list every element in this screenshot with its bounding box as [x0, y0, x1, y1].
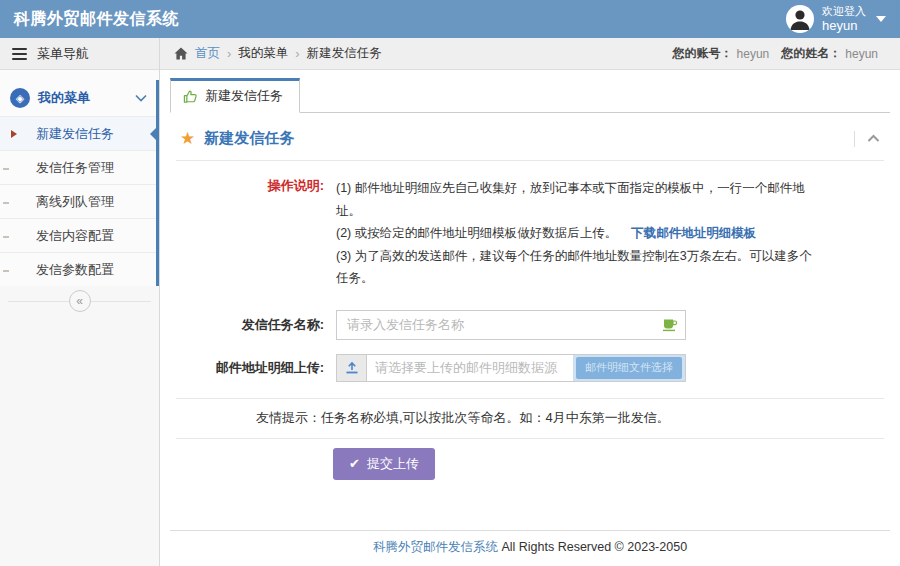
collapse-panel-button[interactable] [867, 134, 880, 143]
task-name-input-wrap [336, 310, 686, 340]
upload-input-group: 邮件明细文件选择 [336, 354, 686, 382]
file-select-button[interactable]: 邮件明细文件选择 [576, 357, 682, 379]
breadcrumb-bar: 首页 › 我的菜单 › 新建发信任务 您的账号： heyun 您的姓名： hey… [160, 38, 900, 70]
avatar[interactable] [786, 5, 814, 33]
item-dash-icon [3, 270, 9, 272]
item-dash-icon [3, 236, 9, 238]
upload-addon [337, 355, 367, 381]
breadcrumb-item-my-menu: 我的菜单 [238, 45, 288, 62]
welcome-label: 欢迎登入 [822, 5, 866, 18]
sidebar-item-param-config[interactable]: 发信参数配置 [0, 252, 159, 286]
upload-row: 邮件地址明细上传: 邮件明细文件选择 [176, 354, 884, 382]
sidebar-item-content-config[interactable]: 发信内容配置 [0, 218, 159, 252]
header-username: heyun [822, 18, 866, 34]
account-info: 您的账号： heyun 您的姓名： heyun [673, 45, 886, 62]
submit-row: ✔ 提交上传 [176, 439, 884, 480]
task-name-row: 发信任务名称: [176, 310, 884, 340]
footer-brand-link[interactable]: 科腾外贸邮件发信系统 [373, 540, 498, 554]
sidebar-item-offline-queue[interactable]: 离线列队管理 [0, 184, 159, 218]
group-label: 我的菜单 [38, 89, 127, 107]
friendly-tip: 友情提示：任务名称必填,可以按批次等命名。如：4月中东第一批发信。 [176, 399, 884, 438]
group-gem-icon: ◈ [10, 88, 30, 108]
sidebar-item-label: 新建发信任务 [36, 125, 114, 143]
account-label: 您的账号： [673, 45, 733, 62]
main-layout: 菜单导航 ◈ 我的菜单 新建发信任务 发信任务管理 离线列队管理 [0, 38, 900, 566]
star-icon: ★ [180, 130, 195, 147]
tab-label: 新建发信任务 [205, 87, 283, 105]
name-label: 您的姓名： [781, 45, 841, 62]
breadcrumb-separator: › [295, 46, 299, 61]
caret-down-icon[interactable] [876, 16, 886, 22]
check-icon: ✔ [349, 456, 360, 471]
sidebar: 菜单导航 ◈ 我的菜单 新建发信任务 发信任务管理 离线列队管理 [0, 38, 160, 566]
instructions-block: 操作说明: (1) 邮件地址明细应先自己收集好，放到记事本或下面指定的模板中，一… [176, 161, 884, 296]
tab-strip: 新建发信任务 [170, 78, 890, 113]
sidebar-collapse-row: « [0, 286, 159, 316]
instruction-line-1: (1) 邮件地址明细应先自己收集好，放到记事本或下面指定的模板中，一行一个邮件地… [336, 177, 816, 222]
home-icon [174, 47, 188, 60]
instructions-text: (1) 邮件地址明细应先自己收集好，放到记事本或下面指定的模板中，一行一个邮件地… [336, 177, 816, 290]
footer: 科腾外贸邮件发信系统 All Rights Reserved © 2023-20… [170, 530, 890, 566]
sidebar-item-label: 离线列队管理 [36, 193, 114, 211]
sidebar-item-task-manage[interactable]: 发信任务管理 [0, 150, 159, 184]
panel-header: ★ 新建发信任务 [176, 113, 884, 161]
thumbs-up-icon [183, 89, 198, 104]
instruction-line-2-text: (2) 或按给定的邮件地址明细模板做好数据后上传。 [336, 226, 617, 240]
chevron-up-icon [867, 134, 880, 143]
tab-new-task[interactable]: 新建发信任务 [170, 78, 300, 113]
breadcrumb: 首页 › 我的菜单 › 新建发信任务 [174, 45, 382, 62]
sidebar-item-label: 发信任务管理 [36, 159, 114, 177]
breadcrumb-separator: › [227, 46, 231, 61]
panel-title: 新建发信任务 [204, 129, 294, 148]
sidebar-menu: ◈ 我的菜单 新建发信任务 发信任务管理 离线列队管理 发信内容配置 [0, 70, 159, 286]
nav-toggle-label: 菜单导航 [37, 45, 89, 63]
breadcrumb-item-current: 新建发信任务 [307, 45, 382, 62]
tool-divider [854, 131, 855, 147]
user-icon [786, 5, 814, 33]
upload-file-input[interactable] [367, 355, 573, 381]
app-title: 科腾外贸邮件发信系统 [14, 9, 179, 30]
sidebar-item-new-task[interactable]: 新建发信任务 [0, 116, 159, 150]
item-dash-icon [3, 168, 9, 170]
name-value: heyun [845, 47, 878, 61]
footer-copyright: All Rights Reserved © 2023-2050 [498, 540, 687, 554]
sidebar-filler [0, 316, 159, 566]
new-task-panel: ★ 新建发信任务 操作说明: (1) 邮件地址明细应先自己收 [170, 113, 890, 530]
sidebar-collapse-button[interactable]: « [69, 290, 91, 312]
chevron-down-icon [135, 94, 147, 102]
instruction-line-3: (3) 为了高效的发送邮件，建议每个任务的邮件地址数量控制在3万条左右。可以建多… [336, 245, 816, 290]
breadcrumb-home-link[interactable]: 首页 [195, 45, 220, 62]
sidebar-item-label: 发信参数配置 [36, 261, 114, 279]
upload-icon [345, 361, 359, 374]
download-template-link[interactable]: 下载邮件地址明细模板 [631, 226, 756, 240]
panel-tools [854, 131, 880, 147]
menu-nav-toggle[interactable]: 菜单导航 [0, 38, 159, 70]
sidebar-group-my-menu[interactable]: ◈ 我的菜单 [0, 80, 159, 116]
account-value: heyun [737, 47, 770, 61]
upload-label: 邮件地址明细上传: [176, 359, 336, 377]
content-inner: 新建发信任务 ★ 新建发信任务 [160, 70, 900, 566]
content-area: 首页 › 我的菜单 › 新建发信任务 您的账号： heyun 您的姓名： hey… [160, 38, 900, 566]
task-name-input[interactable] [336, 310, 686, 340]
sidebar-item-label: 发信内容配置 [36, 227, 114, 245]
file-select-zone: 邮件明细文件选择 [573, 355, 685, 381]
item-dash-icon [3, 202, 9, 204]
instructions-label: 操作说明: [176, 177, 336, 290]
welcome-block: 欢迎登入 heyun [822, 5, 866, 34]
app-header: 科腾外贸邮件发信系统 欢迎登入 heyun [0, 0, 900, 38]
instruction-line-2: (2) 或按给定的邮件地址明细模板做好数据后上传。下载邮件地址明细模板 [336, 222, 816, 245]
active-marker-icon [11, 130, 17, 138]
submit-label: 提交上传 [367, 455, 419, 473]
hamburger-icon [12, 48, 27, 60]
task-name-label: 发信任务名称: [176, 316, 336, 334]
cup-icon [662, 318, 678, 331]
user-menu[interactable]: 欢迎登入 heyun [786, 5, 886, 34]
submit-upload-button[interactable]: ✔ 提交上传 [333, 448, 435, 480]
panel-spacer [176, 480, 884, 531]
